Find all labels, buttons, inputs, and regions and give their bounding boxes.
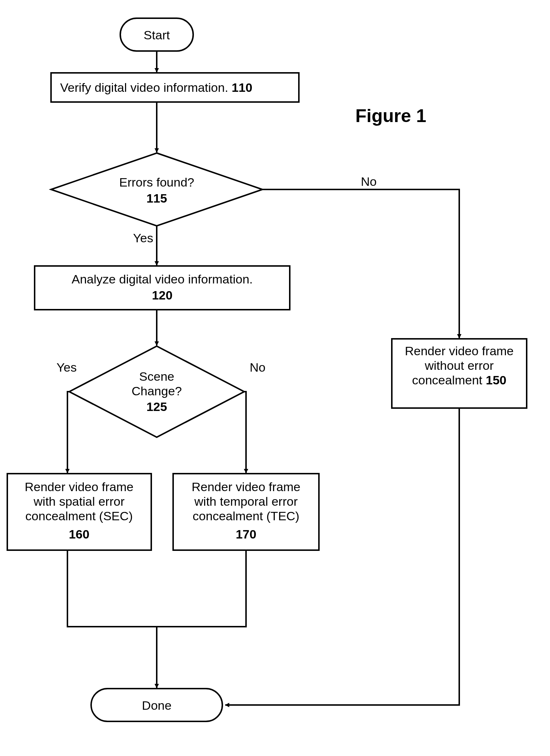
figure-title: Figure 1 xyxy=(355,106,426,126)
svg-text:Start: Start xyxy=(144,28,170,42)
scene-no-label: No xyxy=(250,360,265,374)
svg-text:Change?: Change? xyxy=(132,384,182,398)
svg-text:Render video frame: Render video frame xyxy=(192,480,301,494)
render-sec-box: Render video frame with spatial error co… xyxy=(7,474,151,550)
render-noec-box: Render video frame without error conceal… xyxy=(392,339,527,408)
start-node: Start xyxy=(120,18,193,51)
svg-text:Done: Done xyxy=(142,698,171,712)
svg-text:Render video frame: Render video frame xyxy=(25,480,134,494)
analyze-box: Analyze digital video information. 120 xyxy=(35,266,290,310)
svg-text:Render video frame: Render video frame xyxy=(405,344,514,358)
svg-text:concealment 150: concealment 150 xyxy=(412,373,507,387)
svg-text:Scene: Scene xyxy=(139,369,174,383)
errors-decision: Errors found? 115 xyxy=(51,153,262,226)
svg-text:160: 160 xyxy=(69,527,90,541)
svg-text:Analyze digital video informat: Analyze digital video information. xyxy=(71,272,253,286)
verify-box: Verify digital video information. 110 xyxy=(51,73,299,102)
svg-text:without error: without error xyxy=(425,359,494,372)
errors-no-label: No xyxy=(361,175,377,188)
svg-text:concealment (SEC): concealment (SEC) xyxy=(26,509,133,523)
svg-text:120: 120 xyxy=(152,288,173,302)
svg-text:with temporal error: with temporal error xyxy=(194,494,297,508)
done-node: Done xyxy=(91,689,222,721)
render-tec-box: Render video frame with temporal error c… xyxy=(173,474,319,550)
errors-yes-label: Yes xyxy=(133,231,153,245)
svg-text:170: 170 xyxy=(236,527,257,541)
svg-text:Errors found?: Errors found? xyxy=(119,175,194,189)
scene-decision: Scene Change? 125 xyxy=(69,346,244,437)
svg-text:concealment (TEC): concealment (TEC) xyxy=(193,509,300,523)
svg-text:with spatial error: with spatial error xyxy=(33,494,124,508)
svg-text:125: 125 xyxy=(147,400,167,414)
scene-yes-label: Yes xyxy=(56,360,77,374)
svg-text:Verify digital video informati: Verify digital video information. 110 xyxy=(60,81,252,94)
svg-text:115: 115 xyxy=(147,191,167,205)
